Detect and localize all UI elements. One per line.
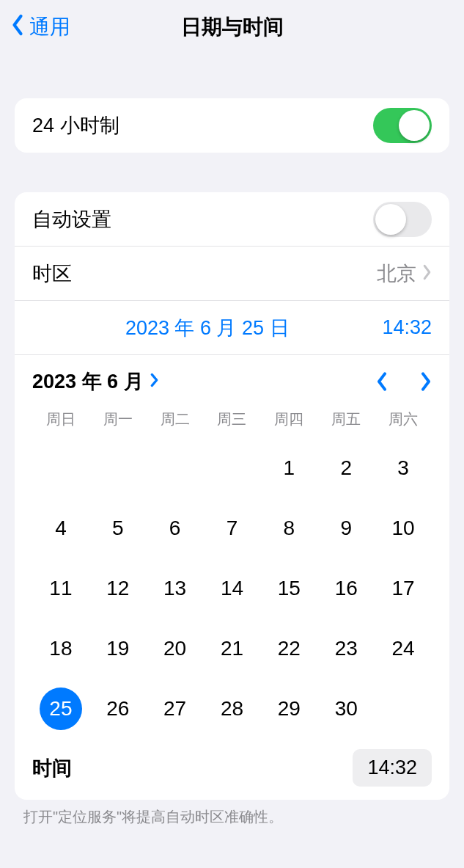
selected-time[interactable]: 14:32: [382, 316, 432, 339]
calendar-day[interactable]: 22: [260, 627, 317, 670]
calendar-day[interactable]: 3: [375, 447, 432, 489]
twenty-four-hour-label: 24 小时制: [32, 112, 373, 139]
calendar-weekday: 周二: [147, 409, 204, 429]
back-label: 通用: [29, 13, 70, 41]
calendar-month-label: 2023 年 6 月: [32, 368, 144, 395]
calendar-day[interactable]: 12: [89, 567, 147, 610]
calendar-day[interactable]: 1: [260, 447, 317, 489]
date-time-group: 自动设置 时区 北京 2023 年 6 月 25 日 14:32 2023 年 …: [15, 192, 449, 800]
calendar: 2023 年 6 月 周日周一周二周三周四周五周六 12345678910111…: [15, 355, 449, 739]
calendar-day-empty: [32, 447, 89, 489]
timezone-label: 时区: [32, 260, 377, 287]
calendar-day-empty: [147, 447, 204, 489]
calendar-day[interactable]: 30: [317, 688, 375, 730]
twenty-four-hour-group: 24 小时制: [15, 98, 449, 153]
calendar-day[interactable]: 2: [317, 447, 375, 489]
calendar-day[interactable]: 23: [317, 627, 375, 670]
calendar-day[interactable]: 18: [32, 627, 89, 670]
calendar-prev-button[interactable]: [376, 371, 388, 392]
calendar-weekday: 周一: [89, 409, 147, 429]
calendar-day[interactable]: 8: [260, 507, 317, 550]
calendar-day[interactable]: 13: [147, 567, 204, 610]
footer-note: 打开"定位服务"将提高自动时区准确性。: [23, 807, 441, 827]
calendar-day[interactable]: 4: [32, 507, 89, 550]
calendar-days-grid: 1234567891011121314151617181920212223242…: [32, 447, 432, 730]
calendar-next-button[interactable]: [420, 371, 432, 392]
calendar-day[interactable]: 25: [40, 688, 82, 730]
auto-set-row: 自动设置: [15, 192, 449, 247]
calendar-day[interactable]: 15: [260, 567, 317, 610]
calendar-weekday: 周四: [260, 409, 317, 429]
auto-set-toggle[interactable]: [373, 202, 432, 237]
calendar-day[interactable]: 19: [89, 627, 147, 670]
time-label: 时间: [32, 755, 353, 781]
selected-summary-row: 2023 年 6 月 25 日 14:32: [15, 301, 449, 355]
calendar-day[interactable]: 9: [317, 507, 375, 550]
timezone-row[interactable]: 时区 北京: [15, 247, 449, 301]
twenty-four-hour-row: 24 小时制: [15, 98, 449, 153]
calendar-day[interactable]: 5: [89, 507, 147, 550]
time-row: 时间 14:32: [15, 739, 449, 800]
calendar-day[interactable]: 28: [204, 688, 261, 730]
calendar-day[interactable]: 20: [147, 627, 204, 670]
calendar-day-empty: [89, 447, 147, 489]
calendar-day[interactable]: 14: [204, 567, 261, 610]
calendar-day[interactable]: 16: [317, 567, 375, 610]
calendar-month-button[interactable]: 2023 年 6 月: [32, 368, 159, 395]
calendar-day[interactable]: 29: [260, 688, 317, 730]
calendar-day[interactable]: 27: [147, 688, 204, 730]
calendar-day[interactable]: 26: [89, 688, 147, 730]
calendar-weekday: 周三: [204, 409, 261, 429]
calendar-weekday: 周五: [317, 409, 375, 429]
auto-set-label: 自动设置: [32, 206, 373, 233]
back-button[interactable]: 通用: [10, 13, 70, 41]
calendar-weekday: 周日: [32, 409, 89, 429]
chevron-left-icon: [10, 14, 25, 41]
calendar-day[interactable]: 21: [204, 627, 261, 670]
calendar-day[interactable]: 10: [375, 507, 432, 550]
twenty-four-hour-toggle[interactable]: [373, 108, 432, 143]
chevron-right-icon: [422, 264, 432, 283]
chevron-right-icon: [150, 371, 159, 393]
calendar-day[interactable]: 17: [375, 567, 432, 610]
selected-date[interactable]: 2023 年 6 月 25 日: [32, 315, 382, 341]
calendar-weekday: 周六: [375, 409, 432, 429]
calendar-day-empty: [204, 447, 261, 489]
calendar-day[interactable]: 11: [32, 567, 89, 610]
calendar-day[interactable]: 7: [204, 507, 261, 550]
time-picker-button[interactable]: 14:32: [353, 749, 432, 787]
calendar-day[interactable]: 24: [375, 627, 432, 670]
toggle-knob: [399, 110, 430, 141]
calendar-weekday-row: 周日周一周二周三周四周五周六: [32, 409, 432, 434]
calendar-day[interactable]: 6: [147, 507, 204, 550]
timezone-value: 北京: [377, 260, 416, 287]
toggle-knob: [375, 204, 406, 235]
